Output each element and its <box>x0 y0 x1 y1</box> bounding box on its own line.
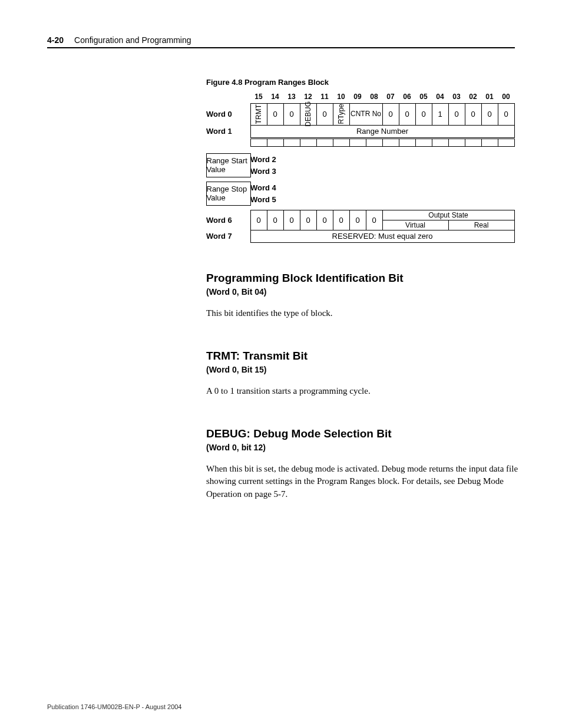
bit-cell: Range Number <box>250 125 515 138</box>
bit-cell: 0 <box>498 103 515 126</box>
bit-cell: 0 <box>283 103 300 126</box>
word1-row: Word 1 Range Number <box>206 125 524 137</box>
bit-cell: Real <box>448 220 515 230</box>
word-label: Word 1 <box>206 125 250 137</box>
bit-cell: Range Stop Value <box>206 182 251 206</box>
bit-cell: 0 <box>382 103 399 126</box>
bit-cell: 0 <box>481 103 498 126</box>
bit-col-header: 06 <box>399 93 415 101</box>
figure-caption: Figure 4.8 Program Ranges Block <box>206 78 524 87</box>
bit-col-header: 10 <box>333 93 349 101</box>
bit-cell: 0 <box>267 103 284 126</box>
word-label: Word 5 <box>250 193 514 205</box>
word-label: Word 0 <box>206 103 250 125</box>
bit-table: 15 14 13 12 11 10 09 08 07 06 05 04 03 0… <box>206 93 524 242</box>
word45-row: Word 4 Range Stop Value Word 5 <box>206 182 524 205</box>
bit-col-header: 05 <box>415 93 432 101</box>
bit-cell: 0 <box>283 210 300 230</box>
bit-col-header: 13 <box>283 93 300 101</box>
bit-col-header: 03 <box>448 93 465 101</box>
bit-cell: RESERVED: Must equal zero <box>250 230 515 243</box>
bit-cell: Range Start Value <box>206 153 251 177</box>
bit-col-header: 04 <box>432 93 448 101</box>
section-heading: Programming Block Identification Bit <box>206 272 524 285</box>
bit-cell: Virtual <box>382 220 449 230</box>
section-subheading: (Word 0, Bit 15) <box>206 365 524 374</box>
bit-cell: 0 <box>316 210 333 230</box>
bit-cell: 0 <box>399 103 416 126</box>
bit-header-row: 15 14 13 12 11 10 09 08 07 06 05 04 03 0… <box>206 93 524 101</box>
word-label: Word 4 <box>250 182 514 193</box>
bit-cell: 0 <box>333 210 350 230</box>
page-header: 4-20 Configuration and Programming <box>47 35 515 48</box>
section-subheading: (Word 0, Bit 04) <box>206 287 524 297</box>
bit-col-header: 01 <box>481 93 498 101</box>
word7-row: Word 7 RESERVED: Must equal zero <box>206 230 524 242</box>
word-label: Word 3 <box>250 165 514 177</box>
bit-cell: 0 <box>267 210 284 230</box>
section-body: This bit identifies the type of block. <box>206 307 524 320</box>
bit-cell: 0 <box>415 103 432 126</box>
word-label: Word 2 <box>250 153 514 165</box>
bit-cell: CNTR No <box>349 103 383 126</box>
bit-col-header: 14 <box>267 93 283 101</box>
word6-row: Word 6 0 0 0 0 0 0 0 0 Output State Virt… <box>206 210 524 230</box>
word-label: Word 7 <box>206 230 250 242</box>
bit-cell: 0 <box>465 103 482 126</box>
bit-col-header: 08 <box>366 93 382 101</box>
word-label: Word 6 <box>206 210 250 230</box>
page-number: 4-20 <box>47 35 64 45</box>
bit-cell: 0 <box>250 210 267 230</box>
bit-cell: 0 <box>300 210 317 230</box>
section-body: A 0 to 1 transition starts a programming… <box>206 385 524 398</box>
bit-cell: 0 <box>448 103 465 126</box>
word23-row: Word 2 Range Start Value Word 3 <box>206 153 524 177</box>
word0-row: Word 0 TRMT 0 0 DEBUG 0 RType CNTR No 0 … <box>206 103 524 125</box>
bit-col-header: 07 <box>382 93 399 101</box>
bit-cell: 0 <box>316 103 333 126</box>
main-content: Figure 4.8 Program Ranges Block 15 14 13… <box>206 78 524 501</box>
section-subheading: (Word 0, bit 12) <box>206 443 524 452</box>
bit-col-header: 12 <box>300 93 316 101</box>
bit-col-header: 02 <box>465 93 481 101</box>
chapter-title: Configuration and Programming <box>74 35 191 45</box>
bit-col-header: 11 <box>316 93 333 101</box>
bit-cell: TRMT <box>254 104 263 124</box>
section-body: When this bit is set, the debug mode is … <box>206 463 524 501</box>
bit-col-header: 00 <box>498 93 514 101</box>
bit-cell: 0 <box>366 210 383 230</box>
bit-cell: RType <box>337 104 345 124</box>
bit-cell: 1 <box>432 103 449 126</box>
section-heading: TRMT: Transmit Bit <box>206 350 524 363</box>
spacer-row <box>206 139 524 146</box>
publication-footer: Publication 1746-UM002B-EN-P - August 20… <box>47 703 182 710</box>
bit-col-header: 15 <box>250 93 267 101</box>
bit-cell: 0 <box>349 210 366 230</box>
section-heading: DEBUG: Debug Mode Selection Bit <box>206 427 524 440</box>
bit-col-header: 09 <box>349 93 366 101</box>
bit-cell: DEBUG <box>304 101 312 127</box>
bit-cell: Output State <box>382 210 515 220</box>
